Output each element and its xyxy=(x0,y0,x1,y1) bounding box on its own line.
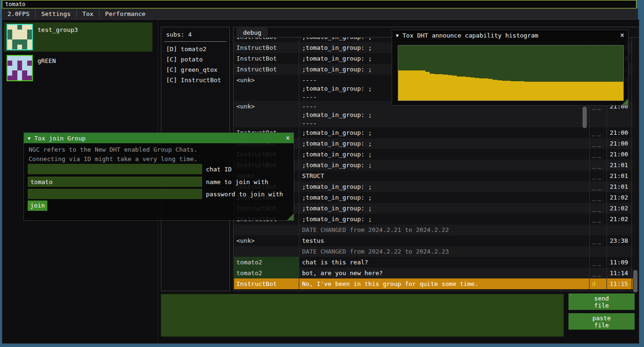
avatar-pixel xyxy=(22,25,27,30)
member-item[interactable]: [C] InstructBot xyxy=(161,75,229,85)
join-group-window[interactable]: ▼ Tox join Group × NGC refers to the New… xyxy=(23,132,294,221)
paste-file-button[interactable]: paste file xyxy=(568,313,635,330)
menu-item-tox[interactable]: Tox xyxy=(77,8,99,19)
group-item-test_group3[interactable]: test_group3 xyxy=(4,23,152,52)
histogram-bar xyxy=(412,70,417,100)
member-item[interactable]: [C] green_qtox xyxy=(161,65,229,75)
avatar-pixel xyxy=(12,35,17,39)
receipt-marks: __ xyxy=(590,214,607,224)
menu-item-performance[interactable]: Performance xyxy=(99,8,151,19)
receipt-mark: _ xyxy=(598,270,603,277)
histogram-bar xyxy=(551,82,556,100)
join-name-input[interactable] xyxy=(28,177,202,187)
timestamp: 21:02 xyxy=(607,192,632,203)
date-separator-row[interactable]: DATE CHANGED from 2024.2.22 to 2024.2.23 xyxy=(234,246,634,257)
avatar-pixel xyxy=(22,56,27,61)
histogram-bar xyxy=(583,82,587,100)
avatar-pixel xyxy=(12,66,17,70)
resize-grip[interactable] xyxy=(621,99,628,105)
chat-scrollbar-track[interactable] xyxy=(633,38,638,290)
message-pane-scrollbar-thumb[interactable] xyxy=(583,107,587,128)
receipt-mark: _ xyxy=(592,151,598,158)
receipt-marks: __ xyxy=(590,170,607,181)
resize-grip[interactable] xyxy=(287,214,294,220)
timestamp: 11:09 xyxy=(607,257,632,268)
chat-message-row[interactable]: tomato2chat is this real?__11:09 xyxy=(234,257,634,268)
tab-debug[interactable]: debug xyxy=(236,28,268,38)
collapse-arrow-icon[interactable]: ▼ xyxy=(28,136,30,141)
sender-name xyxy=(234,246,299,257)
histogram-bar xyxy=(439,74,443,100)
message-text: ;tomato_in_group: ; xyxy=(299,149,590,160)
collapse-arrow-icon[interactable]: ▼ xyxy=(396,33,399,38)
histogram-bar xyxy=(538,82,542,100)
avatar-pixel xyxy=(8,76,12,80)
member-item[interactable]: [C] potato xyxy=(161,54,229,65)
receipt-mark: _ xyxy=(598,237,603,244)
fps-counter: 2.0FPS xyxy=(2,8,35,19)
timestamp xyxy=(607,246,632,257)
avatar-pixel xyxy=(27,30,32,34)
histogram-bar xyxy=(452,76,457,100)
send-file-button[interactable]: send file xyxy=(568,293,635,310)
close-icon[interactable]: × xyxy=(620,31,624,39)
message-text: ;tomato_in_group: ; xyxy=(299,138,590,149)
avatar-pixel xyxy=(27,66,32,70)
dht-histogram-window[interactable]: ▼ Tox DHT announce capability histogram … xyxy=(392,30,629,106)
timestamp: 21:00 xyxy=(607,149,632,160)
histogram-bar xyxy=(574,82,578,100)
menu-item-settings[interactable]: Settings xyxy=(36,8,76,19)
timestamp: 21:02 xyxy=(607,214,632,224)
avatar-pixel xyxy=(8,25,12,30)
receipt-mark: _ xyxy=(598,172,603,179)
sender-name: InstructBot xyxy=(234,278,299,289)
histogram-bar xyxy=(565,82,569,100)
histogram-bar xyxy=(425,72,430,100)
receipt-mark: _ xyxy=(598,280,603,287)
histogram-bar xyxy=(398,70,403,100)
date-separator-row[interactable]: DATE CHANGED from 2024.2.21 to 2024.2.22 xyxy=(234,224,634,235)
histogram-window-titlebar[interactable]: ▼ Tox DHT announce capability histogram … xyxy=(392,30,628,40)
group-name: test_group3 xyxy=(38,26,78,33)
receipt-mark: _ xyxy=(592,216,598,223)
menu-bar: 2.0FPS Settings Tox Performance xyxy=(2,8,638,19)
join-help-line-2: Connecting via ID might take a very long… xyxy=(29,155,197,162)
chat-message-row[interactable]: <unk>testus__23:38 xyxy=(234,235,634,246)
histogram-bar xyxy=(479,78,484,100)
chat-message-row[interactable]: InstructBotNo, I've been in this group f… xyxy=(234,278,634,289)
timestamp: 21:00 xyxy=(607,127,632,138)
group-name: gREEN xyxy=(38,57,56,64)
histogram-bar xyxy=(488,79,493,100)
avatar-pixel xyxy=(22,39,27,44)
histogram-bar xyxy=(533,82,538,100)
receipt-mark: _ xyxy=(598,194,603,201)
member-item[interactable]: [D] tomato2 xyxy=(161,44,229,54)
join-password-input[interactable] xyxy=(28,189,202,199)
histogram-bar xyxy=(511,81,515,100)
avatar-pixel xyxy=(27,61,32,65)
window-titlebar[interactable]: tomato xyxy=(2,0,636,8)
sender-name: InstructBot xyxy=(234,64,299,75)
close-icon[interactable]: × xyxy=(286,134,290,142)
chat-scrollbar-thumb[interactable] xyxy=(633,270,637,293)
group-item-gREEN[interactable]: gREEN xyxy=(4,54,152,83)
receipt-mark: d xyxy=(592,280,598,287)
receipt-mark: _ xyxy=(592,259,598,266)
histogram-bar xyxy=(443,75,448,100)
receipt-mark: _ xyxy=(592,194,598,201)
chat-id-input[interactable] xyxy=(28,164,202,174)
histogram-bar xyxy=(502,81,507,100)
avatar-pixel xyxy=(22,70,27,75)
group-avatar xyxy=(7,55,33,81)
histogram-bar xyxy=(587,82,592,100)
sender-name: InstructBot xyxy=(234,38,299,42)
avatar-pixel xyxy=(12,39,17,44)
message-input[interactable] xyxy=(161,294,564,337)
join-window-titlebar[interactable]: ▼ Tox join Group × xyxy=(24,133,294,143)
chat-message-row[interactable]: tomato2bot, are you new here?__11:14 xyxy=(234,268,634,278)
histogram-bar xyxy=(434,74,439,100)
avatar-pixel xyxy=(17,35,22,39)
avatar-pixel xyxy=(27,45,32,49)
receipt-marks: __ xyxy=(590,192,607,203)
join-button[interactable]: join xyxy=(28,200,47,211)
